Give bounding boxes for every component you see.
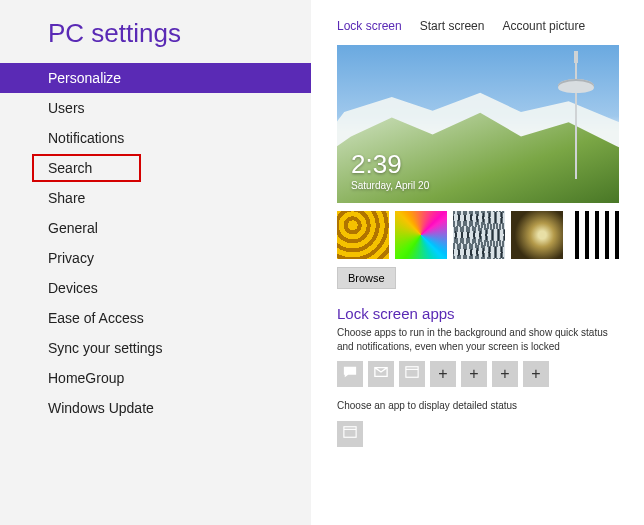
section-desc-detail: Choose an app to display detailed status — [337, 399, 624, 413]
sidebar-item-share[interactable]: Share — [0, 183, 311, 213]
background-thumbnails — [337, 211, 644, 259]
tab-account-picture[interactable]: Account picture — [502, 19, 585, 33]
app-slot-messaging[interactable] — [337, 361, 363, 387]
detailed-status-slots — [337, 421, 644, 447]
sidebar-item-sync-your-settings[interactable]: Sync your settings — [0, 333, 311, 363]
app-slot-add[interactable] — [461, 361, 487, 387]
page-title: PC settings — [0, 18, 311, 63]
sidebar-item-windows-update[interactable]: Windows Update — [0, 393, 311, 423]
calendar-icon — [343, 425, 357, 443]
app-slot-calendar[interactable] — [399, 361, 425, 387]
sidebar-item-search[interactable]: Search — [0, 153, 311, 183]
section-desc-apps: Choose apps to run in the background and… — [337, 326, 624, 353]
nav-list: PersonalizeUsersNotificationsSearchShare… — [0, 63, 311, 423]
mail-icon — [374, 365, 388, 383]
background-thumb[interactable] — [337, 211, 389, 259]
sidebar: PC settings PersonalizeUsersNotification… — [0, 0, 311, 525]
app-slot-add[interactable] — [523, 361, 549, 387]
section-title-apps: Lock screen apps — [337, 305, 644, 322]
sidebar-item-devices[interactable]: Devices — [0, 273, 311, 303]
clock-date: Saturday, April 20 — [351, 180, 429, 191]
app-slot-mail[interactable] — [368, 361, 394, 387]
sidebar-item-general[interactable]: General — [0, 213, 311, 243]
clock-time: 2:39 — [351, 149, 429, 180]
messaging-icon — [343, 365, 357, 383]
main-panel: Lock screenStart screenAccount picture 2… — [311, 0, 644, 525]
quick-status-slots — [337, 361, 644, 387]
background-thumb[interactable] — [453, 211, 505, 259]
lockscreen-preview: 2:39 Saturday, April 20 — [337, 45, 619, 203]
sidebar-item-notifications[interactable]: Notifications — [0, 123, 311, 153]
sidebar-item-privacy[interactable]: Privacy — [0, 243, 311, 273]
app-slot-add[interactable] — [430, 361, 456, 387]
background-thumb[interactable] — [395, 211, 447, 259]
background-thumb[interactable] — [569, 211, 621, 259]
calendar-icon — [405, 365, 419, 383]
browse-button[interactable]: Browse — [337, 267, 396, 289]
svg-rect-2 — [344, 426, 356, 437]
background-thumb[interactable] — [511, 211, 563, 259]
sidebar-item-ease-of-access[interactable]: Ease of Access — [0, 303, 311, 333]
tab-bar: Lock screenStart screenAccount picture — [311, 18, 644, 33]
svg-rect-0 — [406, 367, 418, 378]
sidebar-item-personalize[interactable]: Personalize — [0, 63, 311, 93]
lockscreen-clock: 2:39 Saturday, April 20 — [351, 149, 429, 191]
app-slot-add[interactable] — [492, 361, 518, 387]
sidebar-item-homegroup[interactable]: HomeGroup — [0, 363, 311, 393]
app-slot-detail[interactable] — [337, 421, 363, 447]
tab-lock-screen[interactable]: Lock screen — [337, 19, 402, 33]
sidebar-item-users[interactable]: Users — [0, 93, 311, 123]
preview-decor — [575, 59, 577, 179]
tab-start-screen[interactable]: Start screen — [420, 19, 485, 33]
